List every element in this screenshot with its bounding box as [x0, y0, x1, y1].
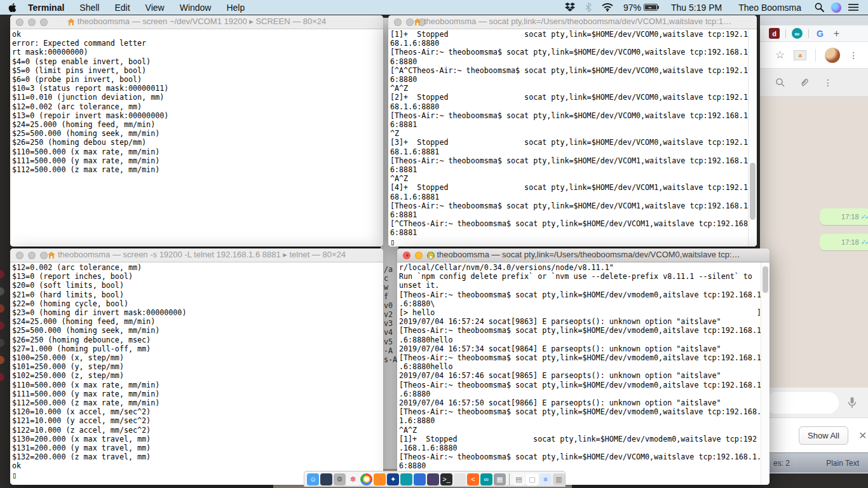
menu-window[interactable]: Window	[173, 3, 218, 13]
terminal-line: [> hello ]	[399, 308, 770, 317]
scrollbar-thumb[interactable]	[750, 163, 756, 220]
amazon-extension-icon[interactable]: a	[794, 50, 806, 60]
dock-firefox-icon[interactable]	[374, 473, 386, 485]
menu-app-name[interactable]: Terminal	[27, 3, 71, 13]
siri-icon[interactable]	[831, 3, 841, 13]
menu-edit[interactable]: Edit	[108, 3, 136, 13]
dock-app-navy-icon[interactable]	[320, 473, 332, 485]
whatsapp-input-bar	[760, 388, 868, 418]
close-icon[interactable]: ✕	[858, 430, 867, 442]
terminal-window-socat-vcom1[interactable]: theoboomsma — socat pty,link=/Users/theo…	[388, 15, 757, 247]
dock-app-light-icon[interactable]	[454, 473, 466, 485]
terminal-content[interactable]: [1]+ Stopped socat pty,link=$HOME/dev/VC…	[388, 29, 757, 247]
menu-view[interactable]: View	[139, 3, 171, 13]
show-all-button[interactable]: Show All	[799, 426, 848, 445]
terminal-window-telnet-8881[interactable]: theoboomsma — screen -s 19200 -L telnet …	[10, 248, 383, 485]
bookmark-star-icon[interactable]: ☆	[775, 48, 785, 62]
dock-file-icon[interactable]: ▢	[526, 473, 538, 485]
menu-help[interactable]: Help	[220, 3, 251, 13]
apple-menu-icon[interactable]	[0, 3, 24, 13]
terminal-line: ^A^Z	[399, 426, 770, 435]
battery-percent: 97%	[623, 3, 641, 13]
terminal-content[interactable]: r/local/Cellar/nvm/0.34.0/versions/node/…	[397, 262, 770, 485]
dock-downloads-stack-icon[interactable]: ≡	[539, 473, 552, 485]
status-file-type: Plain Text	[826, 459, 859, 468]
toolbar-divider	[815, 49, 816, 62]
dock-app-blue-icon[interactable]	[414, 473, 426, 485]
whatsapp-menu-icon[interactable]: ⋮	[824, 78, 832, 88]
window-titlebar[interactable]: theoboomsma — socat pty,link=/Users/theo…	[388, 15, 757, 29]
terminal-line: $120=10.000 (x accel, mm/sec^2)	[12, 407, 383, 416]
terminal-line: [Theos-Air:~ theoboomsma$ socat pty,link…	[390, 111, 757, 120]
dock-system-preferences-icon[interactable]: ⚙	[334, 473, 346, 485]
menu-bar: Terminal Shell Edit View Window Help 97%…	[0, 0, 868, 15]
terminal-line: 2019/07/04 16:57:50 socat[9866] E parseo…	[399, 398, 770, 407]
terminal-line: $12=0.002 (arc tolerance, mm)	[12, 263, 383, 272]
terminal-line: $4=0 (step enable invert, bool)	[12, 57, 383, 66]
dropbox-icon[interactable]	[562, 3, 578, 12]
chrome-menu-icon[interactable]: ⋮	[849, 50, 858, 60]
home-folder-icon	[427, 251, 435, 261]
terminal-line: $25=500.000 (homing seek, mm/min)	[12, 129, 383, 138]
terminal-line: 2019/07/04 16:57:34 socat[9864] E parseo…	[399, 344, 770, 353]
terminal-window-socat-vcom0[interactable]: theoboomsma — socat pty,link=/Users/theo…	[397, 248, 770, 485]
scrollbar-thumb[interactable]	[763, 266, 768, 293]
battery-status[interactable]: 97% ⌁	[620, 3, 661, 13]
dock-safari-icon[interactable]: ✦	[387, 473, 399, 485]
background-app-icon	[0, 373, 4, 381]
wifi-icon[interactable]	[599, 3, 616, 11]
terminal-window-screen-vcom1[interactable]: theoboomsma — screen ~/dev/VCOM1 19200 ▸…	[10, 15, 383, 247]
microphone-icon[interactable]	[846, 396, 858, 409]
spotlight-search-icon[interactable]	[811, 3, 827, 12]
dock-terminal-icon[interactable]: >_	[440, 473, 452, 485]
scrollbar[interactable]	[761, 262, 770, 485]
dock-sublime-text-icon[interactable]: <	[467, 473, 479, 485]
tab-separator	[785, 29, 786, 38]
new-tab-button[interactable]: +	[831, 28, 842, 39]
terminal-line: [Theos-Air:~ theoboomsma$ socat pty,link…	[399, 452, 770, 461]
read-receipt-ticks: ✓✓	[861, 213, 868, 221]
paperclip-icon[interactable]	[799, 78, 810, 88]
tab-favicon-google[interactable]: G	[815, 28, 825, 39]
tab-favicon-arduino[interactable]: ∞	[792, 28, 803, 39]
terminal-line: $112=500.000 (z max rate, mm/min)	[12, 165, 383, 174]
menu-clock[interactable]: Thu 5:19 PM	[665, 3, 728, 13]
tab-favicon-d[interactable]: d	[769, 28, 780, 39]
dock-finder-icon[interactable]: ☺	[307, 473, 319, 485]
terminal-content[interactable]: okerror: Expected command letterrt mask:…	[10, 29, 383, 247]
dock-document-icon[interactable]: ▤	[513, 473, 525, 485]
dock-photos-icon[interactable]: ✽	[347, 473, 359, 485]
chrome-tab-bar[interactable]: d ∞ G +	[760, 25, 868, 42]
terminal-line: 6:8880	[390, 75, 757, 84]
terminal-line: $22=0 (homing cycle, bool)	[12, 299, 383, 308]
dock-chrome-icon[interactable]	[360, 473, 372, 485]
terminal-line: 6:8880	[399, 461, 770, 470]
dock-arduino-icon[interactable]: ∞	[480, 473, 492, 485]
terminal-line: 2019/07/04 16:57:24 socat[9863] E parseo…	[399, 317, 770, 326]
bluetooth-icon[interactable]	[582, 3, 595, 12]
dock-app-gray-icon[interactable]: ▦	[494, 473, 506, 485]
search-icon[interactable]	[775, 78, 785, 88]
message-timestamp: 17:18	[841, 238, 859, 246]
dock-trash-icon[interactable]: ▥	[553, 473, 565, 485]
chrome-toolbar: ☆ a ⋮	[760, 42, 868, 69]
terminal-line: $110=500.000 (x max rate, mm/min)	[12, 381, 383, 390]
scrollbar[interactable]	[748, 29, 757, 247]
window-titlebar[interactable]: theoboomsma — screen ~/dev/VCOM1 19200 ▸…	[10, 15, 383, 29]
terminal-line: [Theos-Air:~ theoboomsma$ socat pty,link…	[399, 381, 770, 390]
window-titlebar[interactable]: theoboomsma — socat pty,link=/Users/theo…	[397, 248, 770, 262]
dock-app-purple-icon[interactable]	[427, 473, 439, 485]
terminal-line: $130=200.000 (x max travel, mm)	[12, 435, 383, 444]
dock-app-teal-icon[interactable]	[400, 473, 412, 485]
menu-user-name[interactable]: Theo Boomsma	[732, 3, 808, 13]
terminal-line: 6:8881	[390, 165, 757, 174]
notification-center-icon[interactable]	[845, 3, 862, 11]
message-input[interactable]	[765, 392, 839, 414]
window-titlebar[interactable]: theoboomsma — screen -s 19200 -L telnet …	[10, 248, 383, 262]
terminal-content[interactable]: $12=0.002 (arc tolerance, mm)$13=0 (repo…	[10, 262, 383, 485]
menu-shell[interactable]: Shell	[73, 3, 105, 13]
terminal-line: s-A	[384, 355, 397, 364]
terminal-line: $111=500.000 (y max rate, mm/min)	[12, 390, 383, 398]
profile-avatar[interactable]	[825, 48, 840, 63]
terminal-line: c	[384, 274, 397, 283]
